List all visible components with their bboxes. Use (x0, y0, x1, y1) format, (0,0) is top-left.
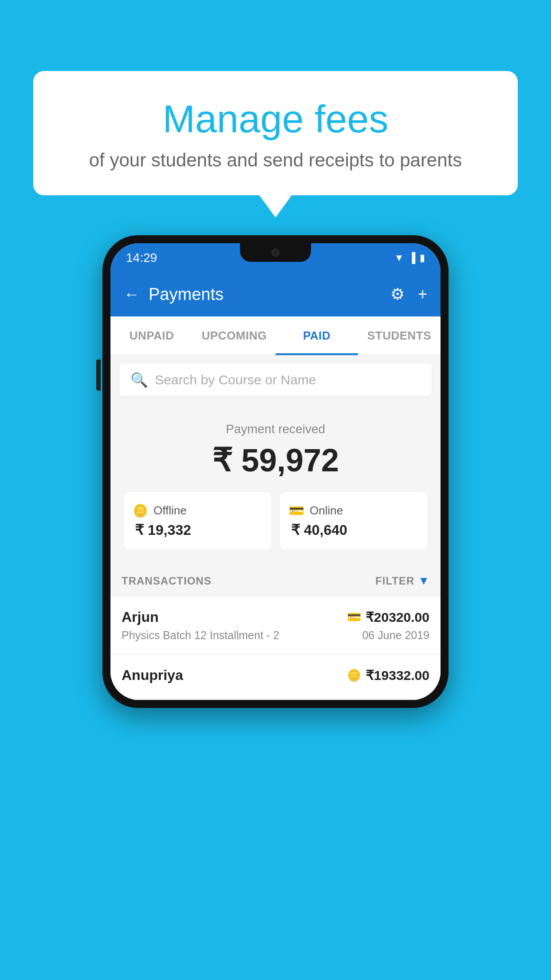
speech-bubble-headline: Manage fees (55, 98, 496, 141)
transaction-amount: ₹19332.00 (366, 668, 429, 683)
phone-wrapper: 14:29 ▼ ▐ ▮ ← Payments ⚙ + UNPAID (102, 235, 449, 708)
status-icons: ▼ ▐ ▮ (394, 252, 425, 264)
tab-students[interactable]: STUDENTS (358, 316, 441, 355)
transaction-type-icon: 🪙 (347, 668, 361, 682)
payment-total-amount: ₹ 59,972 (124, 442, 427, 479)
status-time: 14:29 (126, 251, 157, 265)
phone-camera (272, 249, 279, 257)
back-button[interactable]: ← (124, 285, 140, 304)
phone-notch (240, 243, 311, 262)
transaction-amount-container: 🪙 ₹19332.00 (347, 668, 429, 683)
transaction-top: Arjun 💳 ₹20320.00 (122, 609, 429, 625)
search-icon: 🔍 (130, 371, 148, 388)
speech-bubble-container: Manage fees of your students and send re… (33, 71, 518, 195)
online-label: Online (310, 504, 343, 518)
filter-icon: ▼ (418, 574, 429, 588)
offline-card-header: 🪙 Offline (133, 503, 262, 518)
app-bar: ← Payments ⚙ + (110, 272, 441, 316)
transaction-bottom: Physics Batch 12 Installment - 2 06 June… (122, 629, 429, 642)
phone-screen: 14:29 ▼ ▐ ▮ ← Payments ⚙ + UNPAID (110, 243, 441, 700)
offline-icon: 🪙 (133, 503, 148, 518)
transaction-name: Arjun (122, 609, 159, 625)
online-amount: ₹ 40,640 (289, 522, 418, 538)
online-icon: 💳 (289, 503, 304, 518)
offline-label: Offline (153, 504, 187, 518)
online-card-header: 💳 Online (289, 503, 418, 518)
transaction-type-icon: 💳 (347, 610, 361, 624)
speech-bubble-subtext: of your students and send receipts to pa… (55, 150, 496, 171)
filter-button[interactable]: FILTER ▼ (375, 574, 429, 588)
payment-cards: 🪙 Offline ₹ 19,332 💳 Online ₹ 40,640 (124, 492, 427, 549)
search-container: 🔍 Search by Course or Name (110, 356, 441, 404)
online-card: 💳 Online ₹ 40,640 (280, 492, 427, 549)
app-bar-actions: ⚙ + (390, 285, 427, 304)
tab-paid[interactable]: PAID (276, 316, 358, 355)
app-bar-title: Payments (149, 285, 382, 304)
tab-upcoming[interactable]: UPCOMING (193, 316, 276, 355)
transactions-header: TRANSACTIONS FILTER ▼ (110, 563, 441, 597)
offline-amount: ₹ 19,332 (133, 522, 262, 538)
battery-icon: ▮ (420, 252, 425, 264)
payment-received-label: Payment received (124, 422, 427, 436)
transaction-row[interactable]: Anupriya 🪙 ₹19332.00 (110, 655, 441, 700)
transaction-name: Anupriya (122, 667, 183, 684)
add-icon[interactable]: + (418, 285, 427, 304)
search-input[interactable]: Search by Course or Name (155, 372, 316, 387)
payment-summary: Payment received ₹ 59,972 🪙 Offline ₹ 19… (110, 404, 441, 563)
transactions-label: TRANSACTIONS (122, 575, 212, 587)
speech-bubble: Manage fees of your students and send re… (33, 71, 518, 195)
filter-label: FILTER (375, 575, 414, 587)
phone-device: 14:29 ▼ ▐ ▮ ← Payments ⚙ + UNPAID (102, 235, 449, 708)
transaction-row[interactable]: Arjun 💳 ₹20320.00 Physics Batch 12 Insta… (110, 597, 441, 655)
transaction-date: 06 June 2019 (362, 629, 429, 642)
transaction-detail: Physics Batch 12 Installment - 2 (122, 629, 279, 642)
wifi-icon: ▼ (394, 252, 404, 264)
settings-icon[interactable]: ⚙ (390, 285, 405, 304)
tab-unpaid[interactable]: UNPAID (110, 316, 193, 355)
tabs-container: UNPAID UPCOMING PAID STUDENTS (110, 316, 441, 356)
search-bar[interactable]: 🔍 Search by Course or Name (119, 364, 432, 396)
transaction-amount: ₹20320.00 (366, 609, 429, 625)
offline-card: 🪙 Offline ₹ 19,332 (124, 492, 271, 549)
signal-icon: ▐ (408, 252, 415, 264)
transaction-amount-container: 💳 ₹20320.00 (347, 609, 429, 625)
transaction-top: Anupriya 🪙 ₹19332.00 (122, 667, 429, 684)
